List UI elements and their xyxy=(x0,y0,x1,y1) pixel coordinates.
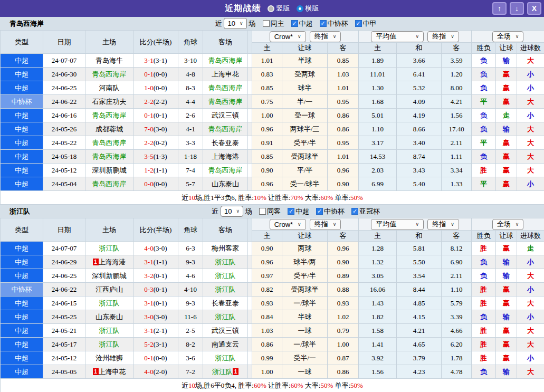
away-odds-cell: 0.96 xyxy=(328,242,359,255)
crow-odds-dropdown[interactable]: Crow*∨ xyxy=(270,219,306,230)
dropdown-label: 终指 xyxy=(314,32,328,41)
home-team-cell: 成都蓉城 xyxy=(85,122,133,136)
home-team-cell: 河南队 xyxy=(85,81,133,95)
full-match-dropdown[interactable]: 全场∨ xyxy=(492,31,524,42)
same-venue-checkbox[interactable]: 同主 xyxy=(263,19,284,28)
team-label: 河南队 xyxy=(99,84,120,92)
away-odds-cell: 0.96 xyxy=(328,164,359,177)
league-checkbox-中协杯[interactable]: ✓中协杯 xyxy=(316,207,345,216)
chevron-down-icon: ∨ xyxy=(451,222,454,227)
avg-home-cell: 16.06 xyxy=(359,283,397,297)
scroll-down-button[interactable]: ↓ xyxy=(510,2,524,15)
full-match-dropdown[interactable]: 全场∨ xyxy=(492,219,524,230)
checkbox-checked-icon: ✓ xyxy=(291,20,298,27)
summary-segment: 10% xyxy=(254,194,266,202)
score-cell: 3-1(0-1) xyxy=(133,297,178,310)
final-index-dropdown[interactable]: 终指∨ xyxy=(310,31,341,42)
team-label: 青岛西海岸 xyxy=(92,180,127,188)
league-type-cell: 中超 xyxy=(1,297,43,310)
league-checkbox-中超[interactable]: ✓中超 xyxy=(288,207,309,216)
result-cell: 胜 xyxy=(472,351,496,365)
corner-cell: 4-10 xyxy=(178,283,203,297)
team-label: 上海海港 xyxy=(99,258,126,266)
date-cell: 24-06-16 xyxy=(43,109,85,122)
home-odds-cell: 0.97 xyxy=(252,269,282,283)
full-time-score: 5-2 xyxy=(144,340,153,348)
summary-segment: 10 xyxy=(188,381,195,389)
league-type-cell: 中超 xyxy=(1,109,43,122)
layout-radio-vertical[interactable]: 竖版 xyxy=(268,4,290,13)
scroll-up-button[interactable]: ↑ xyxy=(492,2,507,15)
match-count-select[interactable]: 10∨ xyxy=(221,206,243,217)
team-label: 浙江队 xyxy=(99,340,120,348)
away-odds-cell: 0.90 xyxy=(328,177,359,191)
team-section-0: 青岛西海岸近10∨场同主✓中超✓中协杯✓中甲类型日期主场比分(半场)角球客场Cr… xyxy=(0,17,544,205)
half-time-score: (3-0) xyxy=(154,244,167,252)
goals-result-cell: 大 xyxy=(517,297,544,310)
goals-result-cell: 小 xyxy=(517,283,544,297)
checkbox-checked-icon: ✓ xyxy=(316,208,323,215)
handicap-result-cell: 输 xyxy=(496,269,517,283)
chevron-down-icon: ∨ xyxy=(333,222,337,227)
home-team-cell: 青岛西海岸 xyxy=(85,109,133,122)
column-header: 类型 xyxy=(1,31,43,54)
handicap-result-cell: 赢 xyxy=(496,177,517,191)
away-team-cell: 梅州客家 xyxy=(203,242,248,255)
team-label: 梅州客家 xyxy=(212,244,239,252)
team-section-1: 浙江队近10∨场同客✓中超✓中协杯✓亚冠杯类型日期主场比分(半场)角球客场Cro… xyxy=(0,205,544,392)
away-team-cell: 南通支云 xyxy=(203,338,248,351)
league-checkbox-亚冠杯[interactable]: ✓亚冠杯 xyxy=(351,207,380,216)
full-time-score: 3-1 xyxy=(144,299,153,307)
summary-row: 近10场,胜1平3负6, 胜率:10% 让胜率:70% 大率:60% 单率:50… xyxy=(1,191,544,205)
match-row: 中超24-05-17浙江队5-2(3-1)8-2南通支云0.86一/球半1.00… xyxy=(1,338,544,351)
team-label: 深圳新鹏城 xyxy=(92,272,127,280)
match-row: 中超24-05-04青岛西海岸0-0(0-0)5-7山东泰山0.96受一/球半0… xyxy=(1,177,544,191)
league-type-cell: 中超 xyxy=(1,136,43,150)
summary-segment: 让胜率: xyxy=(266,194,291,202)
team-label: 浙江队 xyxy=(215,285,236,293)
half-time-score: (0-1) xyxy=(154,299,167,307)
match-count-select[interactable]: 10∨ xyxy=(224,18,246,29)
spacer-cell xyxy=(248,365,252,379)
layout-radio-horizontal[interactable]: 横版 xyxy=(297,4,319,13)
same-venue-checkbox[interactable]: 同客 xyxy=(259,207,281,216)
handicap-line-cell: 受一/球半 xyxy=(282,177,328,191)
full-time-score: 0-1 xyxy=(144,111,153,119)
date-cell: 24-06-29 xyxy=(43,255,85,269)
summary-segment: 场,胜6平0负4, 胜率: xyxy=(195,381,254,389)
team-label: 浙江队 xyxy=(212,368,233,376)
close-button[interactable]: X xyxy=(527,2,541,15)
full-time-score: 0-1 xyxy=(144,354,153,362)
final-index-dropdown-2[interactable]: 终指∨ xyxy=(427,31,459,42)
league-checkbox-中协杯[interactable]: ✓中协杯 xyxy=(320,19,348,28)
spacer-cell xyxy=(248,283,252,297)
away-odds-cell: 0.95 xyxy=(328,136,359,150)
corner-cell: 4-4 xyxy=(178,95,203,109)
average-odds-dropdown[interactable]: 平均值∨ xyxy=(371,31,424,42)
league-checkbox-中超[interactable]: ✓中超 xyxy=(291,19,313,28)
final-index-dropdown-2[interactable]: 终指∨ xyxy=(427,219,459,230)
subcolumn-header: 客 xyxy=(328,231,359,242)
column-header: 客场 xyxy=(203,31,248,54)
titlebar-buttons: ↑ ↓ X xyxy=(492,2,541,15)
radio-horizontal-label: 横版 xyxy=(306,4,319,13)
radio-vertical-label: 竖版 xyxy=(276,4,290,13)
goals-result-cell: 走 xyxy=(517,242,544,255)
crow-odds-dropdown[interactable]: Crow*∨ xyxy=(270,31,306,42)
away-team-cell: 浙江队 xyxy=(203,351,248,365)
subcolumn-header: 让球 xyxy=(496,231,517,242)
match-row: 中超24-06-291上海海港3-1(1-1)9-3浙江队0.96球半/两0.9… xyxy=(1,255,544,269)
team-label: 武汉三镇 xyxy=(212,327,239,334)
league-checkbox-中甲[interactable]: ✓中甲 xyxy=(355,19,377,28)
league-type-cell: 中超 xyxy=(1,310,43,324)
spacer-cell xyxy=(248,150,252,164)
average-odds-dropdown[interactable]: 平均值∨ xyxy=(371,219,424,230)
summary-segment: 60% xyxy=(320,194,333,202)
away-team-cell: 山东泰山 xyxy=(203,177,248,191)
final-index-dropdown[interactable]: 终指∨ xyxy=(310,219,341,230)
avg-home-cell: 5.01 xyxy=(359,109,397,122)
away-team-cell: 浙江队 xyxy=(203,269,248,283)
half-time-score: (1-1) xyxy=(154,258,167,266)
handicap-result-cell: 输 xyxy=(496,122,517,136)
checkbox-label: 同主 xyxy=(271,19,284,28)
